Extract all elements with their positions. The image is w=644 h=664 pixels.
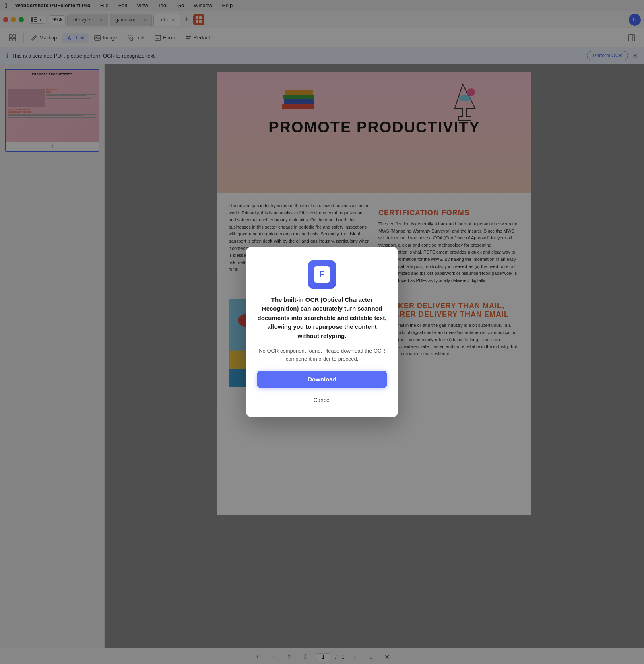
download-button[interactable]: Download: [257, 371, 387, 388]
modal-app-icon: F: [308, 260, 336, 289]
cancel-button[interactable]: Cancel: [311, 394, 333, 406]
modal-description: No OCR component found. Please download …: [257, 347, 387, 363]
modal-overlay: F The built-in OCR (Optical Character Re…: [0, 0, 644, 664]
modal-icon-inner: F: [314, 266, 330, 283]
modal-title: The built-in OCR (Optical Character Reco…: [257, 295, 387, 341]
ocr-modal: F The built-in OCR (Optical Character Re…: [246, 247, 398, 417]
